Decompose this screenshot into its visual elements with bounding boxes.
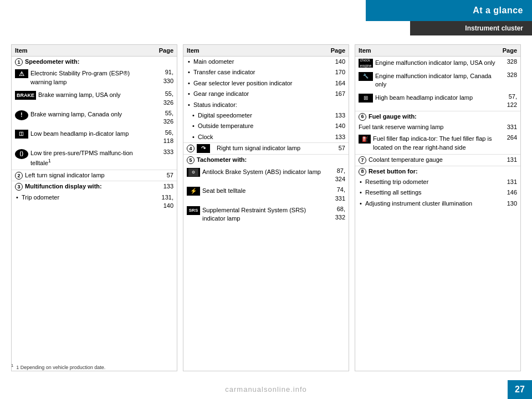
highbeam-text: High beam headlamp indicator lamp xyxy=(375,94,496,102)
table-row: ! Brake warning lamp, Canada only 55,326 xyxy=(12,108,177,127)
table-row: 8 Reset button for: xyxy=(355,166,520,177)
table-row: 2 Left turn signal indicator lamp 57 xyxy=(12,170,177,181)
right-turn-icon: ↷ xyxy=(197,144,212,153)
reset-trip-row: Resetting trip odometer xyxy=(359,178,496,186)
srs-page: 68,332 xyxy=(328,204,349,226)
seatbelt-row: ⚡ Seat belt telltale xyxy=(187,187,324,196)
transfer-case-page: 170 xyxy=(328,67,349,78)
multifunction-text: Multifunction display with: xyxy=(25,182,102,191)
adjust-illumination-row: Adjusting instrument cluster illuminatio… xyxy=(359,200,496,208)
engine-canada-icon: 🔧 xyxy=(359,72,373,81)
num-circle-5: 5 xyxy=(187,156,195,164)
num-circle-6: 6 xyxy=(359,113,366,121)
table-row: ⛽ Fuel filler flap indica-tor: The fuel … xyxy=(355,132,520,154)
table-row: SRS Supplemental Restraint System (SRS) … xyxy=(183,204,349,226)
brake-usa-icon: BRAKE xyxy=(15,91,36,100)
outside-temp-page: 140 xyxy=(328,121,349,131)
outside-temp-row: Outside temperature xyxy=(187,122,324,130)
abs-row: ⊙ Antilock Brake System (ABS) indicator … xyxy=(187,168,324,177)
adjust-illumination-page: 130 xyxy=(499,198,520,209)
main-odometer-row: Main odometer xyxy=(187,58,324,66)
table-row: Fuel tank reserve warning lamp 331 xyxy=(355,122,520,132)
table-row: ⚠ Electronic Stability Pro-gram (ESP®) w… xyxy=(12,67,177,89)
seatbelt-text: Seat belt telltale xyxy=(202,187,324,195)
table-row: ⚡ Seat belt telltale 74,331 xyxy=(183,185,349,204)
engine-canada-page: 328 xyxy=(499,70,520,91)
col2-item-header: Item xyxy=(183,45,328,57)
watermark: carmanualsonline.info xyxy=(225,385,306,393)
brake-canada-icon: ! xyxy=(15,110,28,120)
highbeam-row: ⊞ High beam headlamp indicator lamp xyxy=(359,94,496,103)
col3-panel: Item Page checkengine Engine malfunction… xyxy=(355,44,521,371)
table-row: Resetting trip odometer 131 xyxy=(355,177,520,187)
lowbeam-page: 56,118 xyxy=(156,127,177,147)
right-turn-page: 57 xyxy=(328,143,349,155)
brake-canada-page: 55,326 xyxy=(156,108,177,127)
table-row: Adjusting instrument cluster illuminatio… xyxy=(355,198,520,209)
trip-odometer-page: 131,140 xyxy=(156,192,177,212)
multifunction-page: 133 xyxy=(156,181,177,192)
main-odometer-page: 140 xyxy=(328,57,349,68)
num-circle-3: 3 xyxy=(15,183,23,191)
table-row: Clock 133 xyxy=(183,132,349,143)
engine-canada-row: 🔧 Engine malfunction indicator lamp, Can… xyxy=(359,72,496,89)
table-row: Resetting all settings 146 xyxy=(355,187,520,198)
left-turn-text: Left turn signal indicator lamp xyxy=(25,171,105,180)
engine-usa-icon: checkengine xyxy=(359,59,373,68)
abs-icon: ⊙ xyxy=(187,168,200,177)
col1-item-header: Item xyxy=(12,45,156,57)
fuel-gauge-text: Fuel gauge with: xyxy=(369,112,417,121)
col1-table: Item Page 1 Speedometer with: xyxy=(12,45,177,212)
table-row: checkengine Engine malfunction indicator… xyxy=(355,57,520,70)
fuel-filler-page: 264 xyxy=(499,132,520,154)
table-row: 1 Speedometer with: xyxy=(12,57,177,68)
srs-row: SRS Supplemental Restraint System (SRS) … xyxy=(187,206,324,223)
table-row: Status indicator: xyxy=(183,100,349,110)
left-turn-page: 57 xyxy=(156,170,177,181)
brake-canada-text: Brake warning lamp, Canada only xyxy=(30,110,152,119)
clock-row: Clock xyxy=(187,133,324,141)
col2-panel: Item Page Main odometer 140 Transfer cas… xyxy=(183,44,349,371)
clock-page: 133 xyxy=(328,132,349,143)
num-circle-7: 7 xyxy=(359,156,366,164)
table-row: BRAKE Brake warning lamp, USA only 55,32… xyxy=(12,89,177,108)
digital-speedo-page: 133 xyxy=(328,110,349,121)
gear-range-page: 167 xyxy=(328,89,349,99)
footnote: 1 1 Depending on vehicle production date… xyxy=(11,363,105,370)
reset-text: Reset button for: xyxy=(369,167,418,176)
transfer-case-row: Transfer case indicator xyxy=(187,68,324,76)
table-row: ⊙ Antilock Brake System (ABS) indicator … xyxy=(183,166,349,185)
num-circle-8: 8 xyxy=(359,168,366,176)
gear-selector-page: 164 xyxy=(328,78,349,89)
reset-row: 8 Reset button for: xyxy=(359,167,496,176)
trip-odometer-row: Trip odometer xyxy=(15,193,152,202)
engine-usa-row: checkengine Engine malfunction indicator… xyxy=(359,59,496,68)
brake-usa-page: 55,326 xyxy=(156,89,177,108)
fuel-reserve-text: Fuel tank reserve warning lamp xyxy=(359,124,443,130)
engine-canada-text: Engine malfunction indicator lamp, Canad… xyxy=(375,72,496,89)
table-row: 4 ↷ Right turn signal indicator lamp 57 xyxy=(183,143,349,155)
coolant-page: 131 xyxy=(499,155,520,166)
table-row: ◫ Low beam headlamp in-dicator lamp 56,1… xyxy=(12,127,177,147)
num-circle-1: 1 xyxy=(15,58,23,66)
brake-usa-text: Brake warning lamp, USA only xyxy=(38,91,152,99)
lowbeam-text: Low beam headlamp in-dicator lamp xyxy=(30,130,152,138)
col1-panel: Item Page 1 Speedometer with: xyxy=(11,44,177,371)
table-row: 7 Coolant temperature gauge 131 xyxy=(355,155,520,166)
fuel-filler-row: ⛽ Fuel filler flap indica-tor: The fuel … xyxy=(359,135,496,152)
lowbeam-icon: ◫ xyxy=(15,130,28,139)
header-title: At a glance xyxy=(473,6,523,16)
header-bar: At a glance xyxy=(366,0,532,21)
num-circle-4: 4 xyxy=(187,145,195,152)
tire-icon: () xyxy=(15,149,28,159)
col3-item-header: Item xyxy=(355,45,499,57)
table-row: Gear selector lever position indicator 1… xyxy=(183,78,349,89)
tire-text: Low tire pres-sure/TPMS malfunc-tion tel… xyxy=(30,149,152,167)
tire-row: () Low tire pres-sure/TPMS malfunc-tion … xyxy=(15,149,152,167)
srs-text: Supplemental Restraint System (SRS) indi… xyxy=(202,206,324,223)
table-row: 5 Tachometer with: xyxy=(183,155,349,166)
esp-page: 91,330 xyxy=(156,67,177,89)
page-badge: 27 xyxy=(508,380,532,399)
table-row: Outside temperature 140 xyxy=(183,121,349,131)
col2-table: Item Page Main odometer 140 Transfer cas… xyxy=(183,45,349,226)
